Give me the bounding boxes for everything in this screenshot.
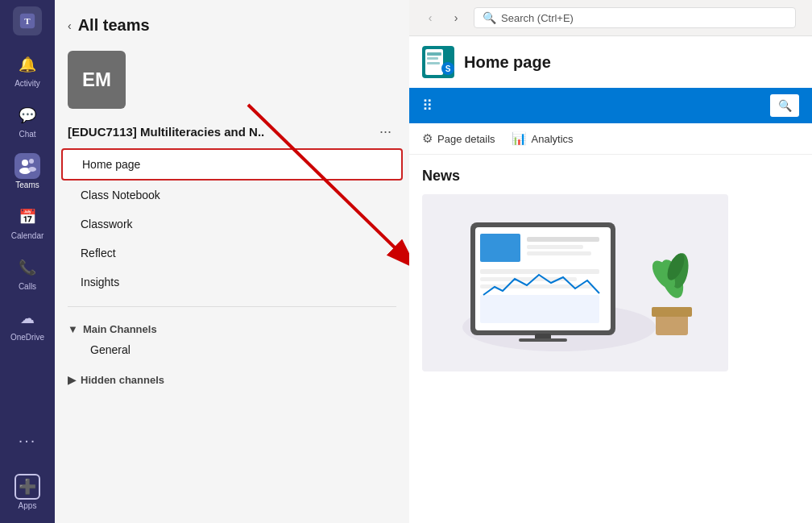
- nav-list: Home page Class Notebook Classwork Refle…: [55, 148, 409, 297]
- svg-point-5: [28, 167, 36, 172]
- calendar-icon: 📅: [14, 204, 40, 230]
- top-bar: ‹ › 🔍 Search (Ctrl+E): [409, 0, 812, 36]
- nav-item-insights[interactable]: Insights: [55, 268, 409, 297]
- svg-rect-27: [652, 307, 692, 317]
- divider: [68, 306, 396, 307]
- apps-grid-icon[interactable]: ⠿: [422, 97, 433, 114]
- svg-rect-18: [480, 234, 520, 262]
- teams-icon: [14, 153, 40, 179]
- news-illustration: [422, 198, 728, 367]
- more-icon: ···: [14, 427, 40, 453]
- sidebar-item-calls[interactable]: 📞 Calls: [0, 248, 55, 297]
- sidebar-label-activity: Activity: [14, 79, 40, 88]
- nav-item-class-notebook[interactable]: Class Notebook: [55, 181, 409, 210]
- teams-logo[interactable]: T: [13, 6, 42, 35]
- svg-rect-25: [480, 295, 599, 323]
- sp-search-icon: 🔍: [778, 99, 792, 112]
- sidebar-label-apps: Apps: [19, 501, 37, 510]
- collapsed-icon: ▶: [68, 374, 76, 386]
- sharepoint-toolbar: ⠿ 🔍: [409, 88, 812, 123]
- action-bar: ⚙ Page details 📊 Analytics: [409, 123, 812, 155]
- chat-icon: 💬: [14, 102, 40, 128]
- search-icon: 🔍: [483, 11, 496, 24]
- sidebar-label-calendar: Calendar: [11, 231, 44, 240]
- team-more-button[interactable]: ···: [375, 122, 396, 142]
- svg-point-3: [29, 159, 34, 164]
- news-section: News: [409, 155, 812, 384]
- svg-text:S: S: [445, 64, 451, 73]
- channels-section: ▼ Main Channels General: [55, 317, 409, 367]
- svg-point-2: [22, 160, 28, 166]
- svg-rect-33: [519, 338, 567, 342]
- sharepoint-icon: S: [422, 46, 454, 78]
- activity-icon: 🔔: [14, 52, 40, 77]
- nav-item-home-page[interactable]: Home page: [61, 148, 403, 181]
- svg-rect-22: [480, 269, 599, 274]
- svg-rect-20: [527, 245, 583, 249]
- analytics-button[interactable]: 📊 Analytics: [512, 131, 574, 146]
- sidebar-label-chat: Chat: [19, 130, 35, 139]
- sidebar: T 🔔 Activity 💬 Chat Teams 📅 Calendar 📞 C…: [0, 0, 55, 523]
- main-channels-header[interactable]: ▼ Main Channels: [68, 323, 396, 335]
- hidden-channels-section: ▶ Hidden channels: [55, 367, 409, 396]
- svg-rect-21: [527, 251, 591, 255]
- nav-item-reflect[interactable]: Reflect: [55, 239, 409, 268]
- svg-text:T: T: [24, 16, 31, 26]
- svg-rect-19: [527, 237, 599, 242]
- channel-general[interactable]: General: [68, 338, 396, 361]
- sidebar-item-onedrive[interactable]: ☁ OneDrive: [0, 299, 55, 348]
- back-arrow-button[interactable]: ‹: [419, 6, 441, 29]
- sidebar-item-calendar[interactable]: 📅 Calendar: [0, 197, 55, 247]
- main-content: ‹ › 🔍 Search (Ctrl+E) S Home page ⠿ 🔍: [409, 0, 812, 523]
- news-image: [422, 194, 728, 371]
- forward-arrow-button[interactable]: ›: [445, 6, 467, 29]
- sidebar-item-apps[interactable]: ➕ Apps: [0, 467, 55, 517]
- nav-item-classwork[interactable]: Classwork: [55, 210, 409, 239]
- page-details-button[interactable]: ⚙ Page details: [422, 131, 495, 146]
- search-bar[interactable]: 🔍 Search (Ctrl+E): [474, 7, 796, 28]
- teams-panel: ‹ All teams EM [EDUC7113] Multiliteracie…: [55, 0, 409, 523]
- sp-search-button[interactable]: 🔍: [770, 94, 799, 117]
- back-button[interactable]: ‹: [68, 19, 72, 32]
- sidebar-item-teams[interactable]: Teams: [0, 147, 55, 196]
- sidebar-item-more[interactable]: ···: [0, 421, 55, 461]
- svg-rect-10: [427, 52, 441, 56]
- settings-icon: ⚙: [422, 131, 433, 146]
- sidebar-item-chat[interactable]: 💬 Chat: [0, 96, 55, 145]
- sidebar-item-activity[interactable]: 🔔 Activity: [0, 45, 55, 94]
- sidebar-label-calls: Calls: [19, 282, 36, 291]
- svg-rect-11: [427, 57, 438, 60]
- apps-icon: ➕: [14, 474, 40, 500]
- team-name: [EDUC7113] Multiliteracies and N..: [68, 125, 368, 139]
- svg-rect-12: [427, 62, 440, 64]
- page-header: S Home page: [409, 36, 812, 88]
- sidebar-label-onedrive: OneDrive: [10, 333, 44, 342]
- teams-panel-header: ‹ All teams: [55, 0, 409, 44]
- navigation-arrows: ‹ ›: [419, 6, 467, 29]
- analytics-icon: 📊: [512, 131, 527, 146]
- all-teams-title: All teams: [78, 16, 150, 35]
- page-title: Home page: [464, 53, 551, 72]
- expand-icon: ▼: [68, 323, 78, 335]
- team-name-row: [EDUC7113] Multiliteracies and N.. ···: [55, 115, 409, 148]
- hidden-channels-header[interactable]: ▶ Hidden channels: [68, 374, 396, 386]
- onedrive-icon: ☁: [14, 305, 40, 331]
- sidebar-label-teams: Teams: [15, 181, 39, 189]
- news-title: News: [422, 168, 799, 185]
- search-placeholder: Search (Ctrl+E): [501, 12, 574, 24]
- calls-icon: 📞: [14, 255, 40, 280]
- team-avatar: EM: [68, 51, 126, 109]
